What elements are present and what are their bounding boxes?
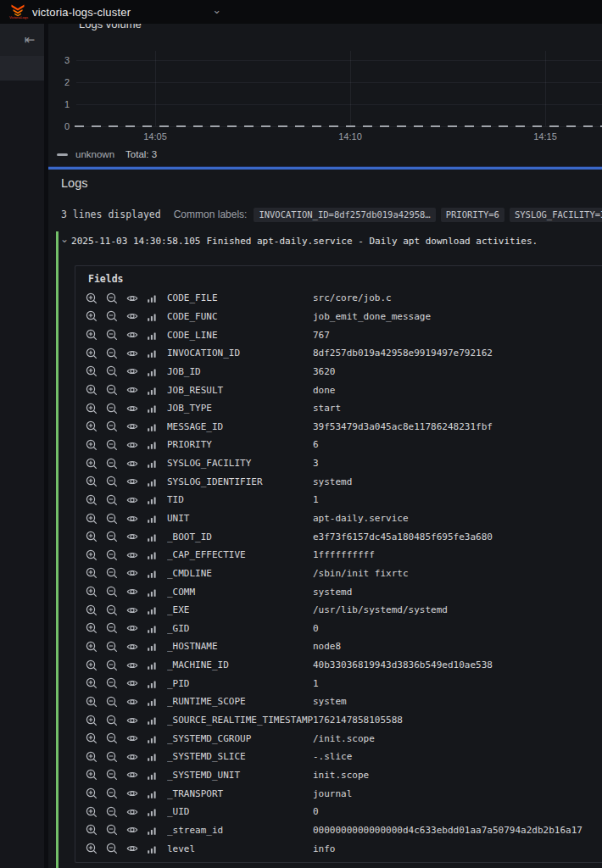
filter-for-value-icon[interactable]: [86, 419, 106, 434]
field-stats-icon[interactable]: [147, 364, 167, 379]
toggle-field-visibility-icon[interactable]: [126, 620, 147, 636]
toggle-field-visibility-icon[interactable]: [126, 639, 147, 654]
filter-out-value-icon[interactable]: [106, 401, 126, 416]
toggle-field-visibility-icon[interactable]: [126, 548, 147, 563]
toggle-field-visibility-icon[interactable]: [126, 658, 147, 673]
toggle-field-visibility-icon[interactable]: [126, 841, 147, 856]
filter-for-value-icon[interactable]: [86, 456, 106, 471]
filter-for-value-icon[interactable]: [86, 841, 106, 856]
field-stats-icon[interactable]: [147, 767, 167, 782]
log-row[interactable]: ⌄ 2025-11-03 14:30:58.105Finished apt-da…: [59, 232, 601, 249]
toggle-field-visibility-icon[interactable]: [126, 456, 147, 471]
toggle-field-visibility-icon[interactable]: [126, 603, 147, 618]
field-stats-icon[interactable]: [147, 658, 167, 673]
field-stats-icon[interactable]: [147, 511, 167, 526]
field-stats-icon[interactable]: [147, 548, 167, 563]
pane-resize-handle[interactable]: [48, 166, 602, 170]
filter-for-value-icon[interactable]: [86, 327, 106, 342]
toggle-field-visibility-icon[interactable]: [126, 786, 147, 801]
filter-out-value-icon[interactable]: [106, 382, 126, 398]
toggle-field-visibility-icon[interactable]: [126, 731, 147, 746]
filter-for-value-icon[interactable]: [86, 603, 106, 618]
legend-series-label[interactable]: unknown: [75, 149, 114, 159]
filter-out-value-icon[interactable]: [106, 713, 126, 728]
filter-out-value-icon[interactable]: [106, 694, 126, 709]
field-stats-icon[interactable]: [147, 346, 167, 361]
filter-for-value-icon[interactable]: [86, 822, 106, 837]
filter-out-value-icon[interactable]: [106, 749, 126, 765]
toggle-field-visibility-icon[interactable]: [126, 565, 147, 581]
toggle-field-visibility-icon[interactable]: [126, 529, 147, 544]
field-stats-icon[interactable]: [147, 474, 167, 489]
toggle-field-visibility-icon[interactable]: [126, 401, 147, 416]
filter-for-value-icon[interactable]: [86, 786, 106, 801]
field-stats-icon[interactable]: [147, 437, 167, 453]
filter-out-value-icon[interactable]: [106, 419, 126, 434]
filter-out-value-icon[interactable]: [106, 676, 126, 691]
filter-out-value-icon[interactable]: [106, 456, 126, 471]
filter-out-value-icon[interactable]: [106, 327, 126, 342]
toggle-field-visibility-icon[interactable]: [126, 291, 147, 306]
toggle-field-visibility-icon[interactable]: [126, 437, 147, 453]
field-stats-icon[interactable]: [147, 822, 167, 837]
filter-out-value-icon[interactable]: [106, 731, 126, 746]
filter-out-value-icon[interactable]: [106, 548, 126, 563]
filter-out-value-icon[interactable]: [106, 841, 126, 856]
filter-out-value-icon[interactable]: [106, 822, 126, 837]
filter-out-value-icon[interactable]: [106, 620, 126, 636]
filter-out-value-icon[interactable]: [106, 767, 126, 782]
filter-for-value-icon[interactable]: [86, 309, 106, 324]
filter-for-value-icon[interactable]: [86, 529, 106, 544]
toggle-field-visibility-icon[interactable]: [126, 676, 147, 691]
filter-for-value-icon[interactable]: [86, 346, 106, 361]
collapse-sidebar-icon[interactable]: ⇤: [20, 31, 39, 48]
filter-for-value-icon[interactable]: [86, 548, 106, 563]
filter-out-value-icon[interactable]: [106, 603, 126, 618]
filter-out-value-icon[interactable]: [106, 639, 126, 654]
field-stats-icon[interactable]: [147, 731, 167, 746]
filter-out-value-icon[interactable]: [106, 364, 126, 379]
toggle-field-visibility-icon[interactable]: [126, 767, 147, 782]
field-stats-icon[interactable]: [147, 639, 167, 654]
field-stats-icon[interactable]: [147, 804, 167, 820]
filter-for-value-icon[interactable]: [86, 364, 106, 379]
filter-out-value-icon[interactable]: [106, 658, 126, 673]
filter-for-value-icon[interactable]: [86, 584, 106, 599]
filter-for-value-icon[interactable]: [86, 474, 106, 489]
filter-for-value-icon[interactable]: [86, 401, 106, 416]
field-stats-icon[interactable]: [147, 694, 167, 709]
sidebar-item-highlighted[interactable]: [0, 56, 44, 81]
filter-for-value-icon[interactable]: [86, 639, 106, 654]
field-stats-icon[interactable]: [147, 676, 167, 691]
filter-out-value-icon[interactable]: [106, 584, 126, 599]
filter-for-value-icon[interactable]: [86, 731, 106, 746]
toggle-field-visibility-icon[interactable]: [126, 822, 147, 837]
filter-for-value-icon[interactable]: [86, 291, 106, 306]
filter-for-value-icon[interactable]: [86, 658, 106, 673]
filter-for-value-icon[interactable]: [86, 620, 106, 636]
field-stats-icon[interactable]: [147, 529, 167, 544]
field-stats-icon[interactable]: [147, 713, 167, 728]
toggle-field-visibility-icon[interactable]: [126, 382, 147, 398]
toggle-field-visibility-icon[interactable]: [126, 492, 147, 508]
filter-for-value-icon[interactable]: [86, 492, 106, 508]
filter-for-value-icon[interactable]: [86, 511, 106, 526]
toggle-field-visibility-icon[interactable]: [126, 346, 147, 361]
toggle-field-visibility-icon[interactable]: [126, 511, 147, 526]
field-stats-icon[interactable]: [147, 749, 167, 765]
filter-out-value-icon[interactable]: [106, 492, 126, 508]
field-stats-icon[interactable]: [147, 584, 167, 599]
filter-for-value-icon[interactable]: [86, 713, 106, 728]
filter-for-value-icon[interactable]: [86, 382, 106, 398]
filter-out-value-icon[interactable]: [106, 437, 126, 453]
filter-out-value-icon[interactable]: [106, 309, 126, 324]
series-line-unknown[interactable]: [75, 125, 602, 127]
datasource-picker[interactable]: VictoriaLogs victoria-logs-cluster ⌄: [3, 1, 228, 23]
chevron-down-icon[interactable]: ⌄: [60, 236, 69, 242]
filter-out-value-icon[interactable]: [106, 291, 126, 306]
field-stats-icon[interactable]: [147, 841, 167, 856]
field-stats-icon[interactable]: [147, 401, 167, 416]
toggle-field-visibility-icon[interactable]: [126, 584, 147, 599]
field-stats-icon[interactable]: [147, 309, 167, 324]
filter-for-value-icon[interactable]: [86, 676, 106, 691]
